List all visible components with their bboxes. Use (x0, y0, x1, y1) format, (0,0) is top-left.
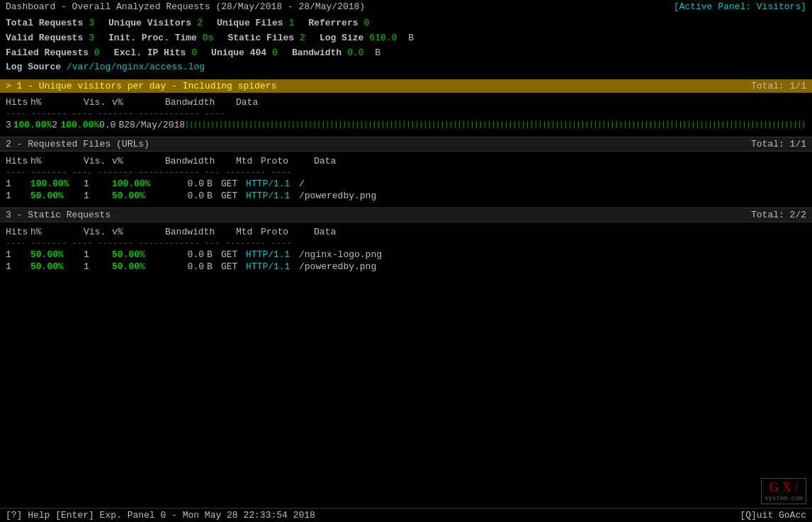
s1-r0-bw: 0.0 (99, 120, 115, 130)
s2-r1-proto: HTTP/1.1 (246, 191, 299, 201)
section1-total: Total: 1/1 (751, 81, 806, 91)
section2-row-0: 1 100.00% 1 100.00% 0.0 B GET HTTP/1.1 / (6, 178, 806, 190)
s3-h-proto: Proto (261, 227, 314, 237)
s1-r0-hits: 3 (6, 120, 13, 130)
footer-right: [Q]uit GoAcc (740, 510, 806, 521)
valid-requests-item: Valid Requests 3 (6, 31, 94, 46)
total-requests-item: Total Requests 3 (6, 16, 94, 31)
s3-r0-vis: 1 (84, 249, 112, 260)
total-requests-value: 3 (89, 16, 94, 31)
active-panel: [Active Panel: Visitors] (674, 1, 806, 12)
s2-r0-vp: 100.00% (112, 178, 165, 189)
s3-h-bw: Bandwidth (165, 227, 236, 237)
s2-r0-vis: 1 (84, 178, 112, 189)
log-source-path: /var/log/nginx/access.log (67, 60, 205, 75)
log-size-unit: B (408, 31, 414, 46)
s3-h-hp: h% (30, 227, 84, 237)
s1-r0-vp: 100.00% (60, 120, 99, 130)
s1-r0-vis: 2 (52, 120, 60, 130)
s2-r1-vis: 1 (84, 191, 112, 201)
static-files-item: Static Files 2 (227, 31, 305, 46)
s3-r1-bw: 0.0 (165, 261, 204, 272)
unique-visitors-item: Unique Visitors 2 (108, 16, 203, 31)
init-proc-item: Init. Proc. Time 0s (108, 31, 213, 46)
s3-r1-proto: HTTP/1.1 (246, 261, 299, 272)
s1-h-vp: v% (112, 97, 165, 108)
s2-h-bw: Bandwidth (165, 156, 236, 166)
total-requests-label: Total Requests (6, 16, 83, 31)
failed-requests-value: 0 (94, 46, 100, 61)
s3-r1-hp: 50.00% (30, 261, 84, 272)
section2-total: Total: 1/1 (751, 139, 806, 149)
s2-r1-unit: B (207, 191, 221, 201)
unique-404-item: Unique 404 0 (211, 46, 278, 61)
referrers-item: Referrers 0 (308, 16, 369, 31)
section1-row-0: 3 100.00% 2 100.00% 0.0 B 28/May/2018 ||… (6, 119, 806, 131)
unique-404-label: Unique 404 (211, 46, 266, 61)
footer-help: [?] Help [Enter] Exp. Panel 0 - Mon May … (6, 510, 315, 521)
s3-h-data: Data (314, 227, 336, 237)
s3-h-mtd: Mtd (236, 227, 261, 237)
bandwidth-unit: B (375, 46, 380, 61)
section3-total: Total: 2/2 (751, 210, 806, 220)
section1-title: > 1 - Unique visitors per day - Includin… (6, 81, 276, 91)
s1-h-data: Data (236, 97, 258, 108)
s2-r0-url: / (299, 178, 305, 189)
s3-r1-vis: 1 (84, 261, 112, 272)
s1-h-hp: h% (30, 97, 84, 108)
log-source-label: Log Source (6, 60, 61, 75)
excl-ip-value: 0 (191, 46, 197, 61)
valid-requests-label: Valid Requests (6, 31, 83, 46)
s3-r1-url: /poweredby.png (299, 261, 376, 272)
section3-header[interactable]: 3 - Static Requests Total: 2/2 (0, 208, 812, 222)
static-files-value: 2 (300, 31, 305, 46)
s2-r1-hits: 1 (6, 191, 30, 201)
section3-table: Hits h% Vis. v% Bandwidth Mtd Proto Data… (0, 222, 812, 276)
unique-404-value: 0 (272, 46, 278, 61)
log-size-item: Log Size 610.0 B (320, 31, 414, 46)
init-proc-label: Init. Proc. Time (108, 31, 197, 46)
unique-visitors-value: 2 (197, 16, 203, 31)
section2-col-headers: Hits h% Vis. v% Bandwidth Mtd Proto Data (6, 154, 806, 168)
failed-requests-item: Failed Requests 0 (6, 46, 100, 61)
unique-files-value: 1 (289, 16, 295, 31)
section3-row-0: 1 50.00% 1 50.00% 0.0 B GET HTTP/1.1 /ng… (6, 249, 806, 261)
s1-h-bw: Bandwidth (165, 97, 236, 108)
section1-header[interactable]: > 1 - Unique visitors per day - Includin… (0, 79, 812, 93)
watermark-system: system.com (765, 495, 803, 502)
s2-r0-unit: B (207, 178, 221, 189)
referrers-label: Referrers (308, 16, 358, 31)
s2-r1-mtd: GET (221, 191, 246, 201)
stats-section: Total Requests 3 Unique Visitors 2 Uniqu… (0, 13, 812, 76)
section2-header[interactable]: 2 - Requested Files (URLs) Total: 1/1 (0, 137, 812, 152)
s2-r1-vp: 50.00% (112, 191, 165, 201)
watermark-box: G X / system.com (761, 478, 806, 504)
s3-r0-hits: 1 (6, 249, 30, 260)
section1-divider: ---- ------- ---- ------- ------------ -… (6, 109, 806, 119)
s2-r0-hp: 100.00% (30, 178, 84, 189)
s3-r0-vp: 50.00% (112, 249, 165, 260)
s3-r0-proto: HTTP/1.1 (246, 249, 299, 260)
s3-r1-hits: 1 (6, 261, 30, 272)
valid-requests-value: 3 (89, 31, 94, 46)
s1-r0-date: 28/May/2018 (124, 120, 185, 130)
s3-r1-vp: 50.00% (112, 261, 165, 272)
unique-files-item: Unique Files 1 (217, 16, 294, 31)
s3-r0-unit: B (207, 249, 221, 260)
header-bar: Dashboard - Overall Analyzed Requests (2… (0, 0, 812, 13)
footer-bar: [?] Help [Enter] Exp. Panel 0 - Mon May … (0, 508, 812, 522)
section3-divider: ---- ------- ---- ------- ------------ -… (6, 239, 806, 249)
s2-h-proto: Proto (261, 156, 314, 166)
bandwidth-value: 0.0 (347, 46, 363, 61)
s2-h-data: Data (314, 156, 336, 166)
failed-requests-label: Failed Requests (6, 46, 89, 61)
s1-h-vis: Vis. (84, 97, 112, 108)
s3-h-vis: Vis. (84, 227, 112, 237)
s3-r0-mtd: GET (221, 249, 246, 260)
s3-r1-unit: B (207, 261, 221, 272)
watermark-gx: G X / (769, 480, 798, 495)
section3-row-1: 1 50.00% 1 50.00% 0.0 B GET HTTP/1.1 /po… (6, 261, 806, 273)
section2-divider: ---- ------- ---- ------- ------------ -… (6, 168, 806, 178)
s3-r0-bw: 0.0 (165, 249, 204, 260)
bandwidth-item: Bandwidth 0.0 B (292, 46, 380, 61)
